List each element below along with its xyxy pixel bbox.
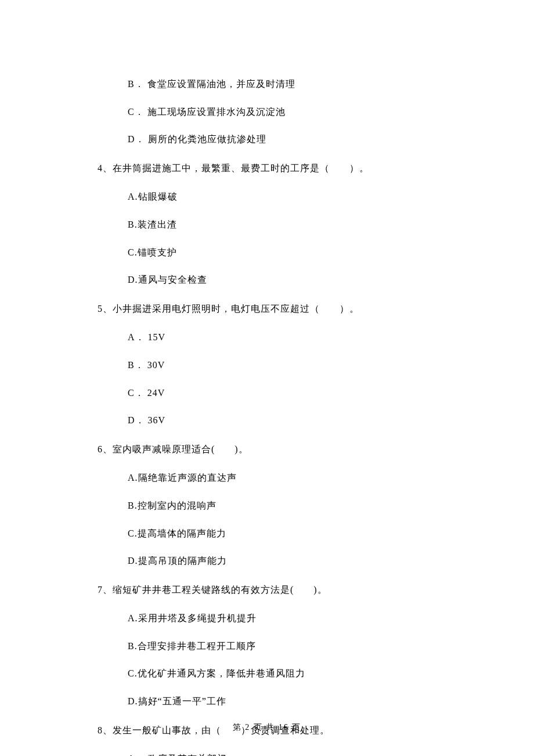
q3-option-c: C． 施工现场应设置排水沟及沉淀池 [98,105,441,120]
q6-option-d: D.提高吊顶的隔声能力 [98,553,441,568]
q5-option-a: A． 15V [98,330,441,345]
q8-option-a: A． 政府及其有关部门 [98,751,441,756]
q4-option-d: D.通风与安全检查 [98,272,441,287]
q5-option-c: C． 24V [98,386,441,401]
q7-stem: 7、缩短矿井井巷工程关键路线的有效方法是( )。 [98,582,441,597]
page-content: B． 食堂应设置隔油池，并应及时清理 C． 施工现场应设置排水沟及沉淀池 D． … [0,0,534,756]
q6-option-b: B.控制室内的混响声 [98,498,441,513]
q7-option-a: A.采用井塔及多绳提升机提升 [98,611,441,626]
q4-option-c: C.锚喷支护 [98,245,441,260]
page-footer: 第 2 页 共 16 页 [0,722,534,733]
q4-stem: 4、在井筒掘进施工中，最繁重、最费工时的工序是（ ）。 [98,161,441,176]
q6-option-a: A.隔绝靠近声源的直达声 [98,470,441,485]
q6-stem: 6、室内吸声减噪原理适合( )。 [98,442,441,457]
q7-option-c: C.优化矿井通风方案，降低井巷通风阻力 [98,666,441,681]
q3-option-b: B． 食堂应设置隔油池，并应及时清理 [98,77,441,92]
q5-option-d: D． 36V [98,413,441,428]
q6-option-c: C.提高墙体的隔声能力 [98,526,441,541]
q3-option-d: D． 厕所的化粪池应做抗渗处理 [98,132,441,147]
q7-option-b: B.合理安排井巷工程开工顺序 [98,639,441,654]
q7-option-d: D.搞好“五通一平”工作 [98,694,441,709]
q5-option-b: B． 30V [98,358,441,373]
q4-option-b: B.装渣出渣 [98,217,441,232]
q4-option-a: A.钻眼爆破 [98,189,441,204]
q5-stem: 5、小井掘进采用电灯照明时，电灯电压不应超过（ ）。 [98,301,441,316]
